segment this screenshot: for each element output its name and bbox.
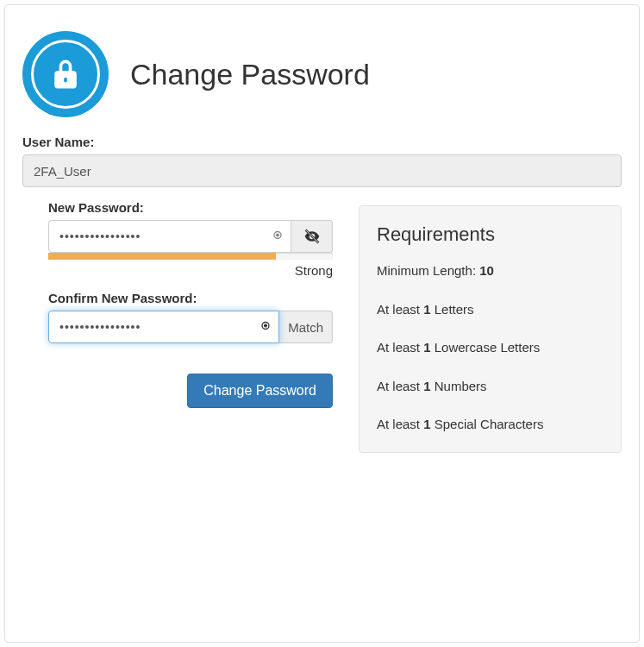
page-title: Change Password xyxy=(130,58,370,91)
username-group: User Name: xyxy=(22,135,622,187)
password-strength-meter xyxy=(48,253,333,260)
requirement-numbers: At least 1 Numbers xyxy=(377,377,603,397)
confirm-password-label: Confirm New Password: xyxy=(48,291,333,305)
requirements-panel: Requirements Minimum Length: 10 At least… xyxy=(359,205,622,453)
change-password-panel: Change Password User Name: New Password: xyxy=(4,4,640,643)
requirements-title: Requirements xyxy=(377,223,603,246)
password-key-icon xyxy=(259,319,272,336)
toggle-password-visibility-button[interactable] xyxy=(291,220,333,253)
requirement-special: At least 1 Special Characters xyxy=(377,415,603,435)
new-password-group: New Password: xyxy=(48,200,333,278)
confirm-password-group: Confirm New Password: Match xyxy=(48,291,333,343)
lock-icon xyxy=(22,31,109,117)
svg-point-5 xyxy=(265,324,267,327)
requirement-min-length: Minimum Length: 10 xyxy=(377,261,603,281)
password-key-icon xyxy=(271,229,284,245)
requirement-lowercase: At least 1 Lowercase Letters xyxy=(377,338,603,358)
requirement-letters: At least 1 Letters xyxy=(377,300,603,320)
password-strength-fill xyxy=(48,253,276,260)
password-strength-label: Strong xyxy=(48,263,333,278)
change-password-button[interactable]: Change Password xyxy=(187,374,333,408)
svg-point-1 xyxy=(277,234,279,236)
new-password-input[interactable] xyxy=(48,220,291,253)
password-match-badge: Match xyxy=(279,311,333,343)
eye-off-icon xyxy=(303,228,321,245)
username-label: User Name: xyxy=(22,135,622,149)
new-password-label: New Password: xyxy=(48,200,333,215)
panel-header: Change Password xyxy=(22,18,622,135)
confirm-password-input[interactable] xyxy=(48,311,279,343)
username-input xyxy=(22,154,622,187)
